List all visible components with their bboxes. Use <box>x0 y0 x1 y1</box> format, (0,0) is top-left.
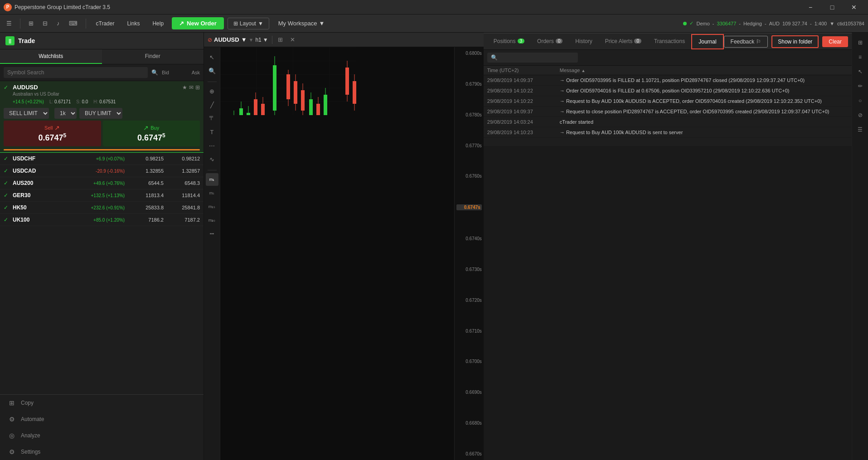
symbol-ask: 25841.8 <box>164 205 200 210</box>
menu-button[interactable]: ☰ <box>4 18 15 29</box>
list-item[interactable]: ✓ USDCHF +6.9 (+0.07%) 0.98215 0.98212 <box>0 153 204 165</box>
sort-icon: ▲ <box>582 68 586 73</box>
right-tools-panel: ⊞ ≡ ↖ ✏ ○ ⊘ ☰ <box>852 33 868 460</box>
cursor-tool-button[interactable]: ↖ <box>206 51 218 63</box>
buy-type-select[interactable]: BUY LIMIT <box>79 108 122 119</box>
right-tool-6-button[interactable]: ⊘ <box>854 109 867 121</box>
journal-message: cTrader started <box>560 119 848 125</box>
zoom-in-tool-button[interactable]: 🔍 <box>206 64 218 77</box>
journal-search-input[interactable] <box>487 53 578 63</box>
sell-price-box[interactable]: Sell ↗ 0.67475 <box>4 121 101 146</box>
maximize-button[interactable]: □ <box>822 0 843 15</box>
symbol-ask: 1.32857 <box>164 168 200 174</box>
clear-button[interactable]: Clear <box>822 36 848 47</box>
links-nav-button[interactable]: Links <box>122 19 144 29</box>
fib-tool-button[interactable]: ⋯ <box>206 139 218 152</box>
check-icon: ✓ <box>4 217 11 223</box>
more-times-button[interactable]: ••• <box>206 228 218 240</box>
symbol-name: USDCHF <box>13 155 96 162</box>
history-tab[interactable]: History <box>569 34 598 49</box>
finder-tab[interactable]: Finder <box>102 49 204 64</box>
right-tool-4-button[interactable]: ✏ <box>854 80 867 92</box>
sell-type-select[interactable]: SELL LIMIT <box>4 108 49 119</box>
layout-grid-button[interactable]: ⊟ <box>40 18 50 29</box>
keyboard-button[interactable]: ⌨ <box>66 18 80 29</box>
m15-button[interactable]: m₁₅ <box>206 200 218 213</box>
journal-message: → Request to Buy AUD 100k AUDUSD is sent… <box>560 130 848 135</box>
chart-svg: 0.6747s 0.6747s 100k AUD ↑ 22 Aug 2019, … <box>220 47 356 115</box>
minimize-button[interactable]: − <box>800 0 821 15</box>
new-order-button[interactable]: ↗ New Order <box>172 17 224 29</box>
journal-tab[interactable]: Journal <box>691 34 723 49</box>
qty-select[interactable]: 1k <box>54 108 77 119</box>
list-item[interactable]: ✓ USDCAD -20.9 (-0.16%) 1.32855 1.32857 <box>0 165 204 177</box>
svg-rect-92 <box>247 113 250 115</box>
right-tool-2-button[interactable]: ≡ <box>854 51 867 63</box>
watchlists-tab[interactable]: Watchlists <box>0 49 102 64</box>
price-alerts-tab[interactable]: Price Alerts 0 <box>599 34 648 49</box>
bottom-panel: Positions 3 Orders 0 History Price Alert… <box>484 33 852 146</box>
chart-canvas: 0.6747s 0.6747s 100k AUD ↑ 22 Aug 2019, … <box>220 47 484 460</box>
ctrader-nav-button[interactable]: cTrader <box>92 19 119 29</box>
show-in-folder-button[interactable]: Show in folder <box>771 35 819 48</box>
trend-tool-button[interactable]: 〒 <box>206 112 218 125</box>
audusd-expanded-row[interactable]: ✓ AUDUSD ★ ✉ ⊞ Australian vs US Dollar +… <box>0 81 204 153</box>
account-id-label: ctid1053784 <box>837 21 864 26</box>
journal-table: Time (UTC+2) Message ▲ 29/08/2019 14:09:… <box>484 66 852 146</box>
price-axis: 0.6800s 0.6790s 0.6780s 0.6770s 0.6760s … <box>454 47 484 460</box>
trade-controls: SELL LIMIT 1k BUY LIMIT <box>0 106 204 121</box>
feedback-button[interactable]: Feedback ⚐ <box>724 36 768 48</box>
journal-row: 29/08/2019 14:09:37 → Request to close p… <box>484 107 852 117</box>
journal-time: 29/08/2019 14:10:22 <box>487 88 560 93</box>
help-nav-button[interactable]: Help <box>148 19 168 29</box>
right-tool-7-button[interactable]: ☰ <box>854 123 867 136</box>
chart-tool-group-draw: ⊕ ╱ 〒 T ⋯ ∿ <box>206 85 218 165</box>
chart-expand-button[interactable]: ⊞ <box>276 34 285 45</box>
right-tool-5-button[interactable]: ○ <box>854 94 867 107</box>
feedback-label: Feedback <box>731 39 755 45</box>
symbol-ask: 7187.2 <box>164 217 200 223</box>
journal-time: 29/08/2019 14:09:37 <box>487 109 560 114</box>
detach-button[interactable]: ⊞ <box>26 18 36 29</box>
symbol-search-input[interactable] <box>4 67 148 78</box>
account-separator: - <box>713 21 714 26</box>
copy-nav-item[interactable]: ⊞ Copy <box>0 395 204 411</box>
list-item[interactable]: ✓ GER30 +132.5 (+1.13%) 11813.4 11814.4 <box>0 189 204 202</box>
audusd-low: L: 0.67171 <box>49 99 71 104</box>
chart-settings-button[interactable]: ✕ <box>288 34 297 45</box>
time-selector-button[interactable]: m₁ <box>206 173 218 186</box>
line-tool-button[interactable]: ╱ <box>206 98 218 111</box>
check-icon: ✓ <box>4 180 11 186</box>
chart-tf-value: h1 <box>255 37 261 43</box>
m30-button[interactable]: m₃₀ <box>206 214 218 227</box>
audusd-description: Australian vs US Dollar <box>0 92 204 98</box>
price-level-7: 0.6730s <box>456 267 482 272</box>
transactions-tab[interactable]: Transactions <box>648 34 691 49</box>
positions-tab[interactable]: Positions 3 <box>487 34 531 49</box>
buy-price-box[interactable]: ↗ Buy 0.67475 <box>103 121 200 146</box>
automate-nav-item[interactable]: ⚙ Automate <box>0 411 204 427</box>
audusd-high: H: 0.67531 <box>93 99 116 104</box>
list-item[interactable]: ✓ HK50 +232.6 (+0.91%) 25833.8 25841.8 <box>0 202 204 214</box>
sound-button[interactable]: ♪ <box>54 18 63 29</box>
close-button[interactable]: ✕ <box>844 0 864 15</box>
text-tool-button[interactable]: T <box>206 126 218 138</box>
list-item[interactable]: ✓ AUS200 +49.6 (+0.76%) 6544.5 6548.3 <box>0 177 204 189</box>
layout-button[interactable]: ⊞ Layout ▼ <box>228 18 269 29</box>
elliott-tool-button[interactable]: ∿ <box>206 153 218 165</box>
chart-container: ↖ 🔍 ⊕ ╱ 〒 T ⋯ ∿ <box>204 47 484 460</box>
symbol-name: AUS200 <box>13 180 93 186</box>
analyze-nav-item[interactable]: ◎ Analyze <box>0 427 204 444</box>
main-toolbar: ☰ ⊞ ⊟ ♪ ⌨ cTrader Links Help ↗ New Order… <box>0 15 868 33</box>
settings-nav-item[interactable]: ⚙ Settings <box>0 444 204 460</box>
right-tool-3-button[interactable]: ↖ <box>854 65 867 78</box>
chart-toolbar: ⊘ AUDUSD ▼ ▼ h1 ▼ ⊞ <box>204 33 484 47</box>
right-tool-1-button[interactable]: ⊞ <box>854 36 867 49</box>
list-item[interactable]: ✓ UK100 +85.0 (+1.20%) 7186.2 7187.2 <box>0 214 204 226</box>
orders-tab[interactable]: Orders 0 <box>531 34 569 49</box>
account-balance: 109 327.74 <box>782 21 807 26</box>
m5-button[interactable]: m₅ <box>206 187 218 199</box>
crosshair-tool-button[interactable]: ⊕ <box>206 85 218 97</box>
chart-toolbar-sep <box>272 36 272 44</box>
workspace-button[interactable]: My Workspace ▼ <box>273 18 330 29</box>
